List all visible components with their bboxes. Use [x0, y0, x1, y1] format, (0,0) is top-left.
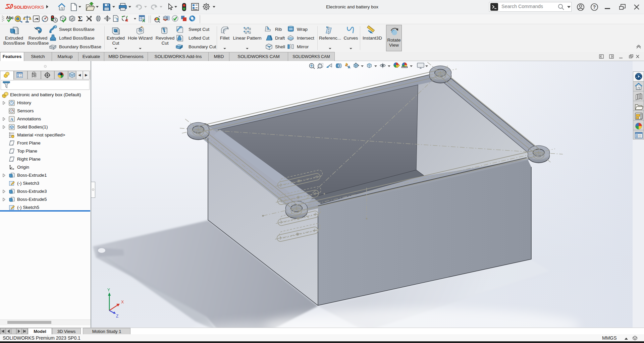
svg-text:Z: Z: [116, 314, 118, 319]
svg-text:A: A: [348, 65, 351, 69]
svg-text:X: X: [121, 300, 124, 304]
svg-text:A: A: [10, 117, 13, 122]
svg-text:Y: Y: [107, 288, 110, 292]
svg-text:X: X: [142, 18, 145, 23]
svg-text:SOLIDWORKS: SOLIDWORKS: [14, 5, 44, 10]
svg-text:GD: GD: [289, 28, 293, 30]
svg-text:Σ: Σ: [78, 14, 83, 23]
svg-text:?: ?: [116, 17, 118, 22]
svg-text:?: ?: [593, 4, 596, 10]
